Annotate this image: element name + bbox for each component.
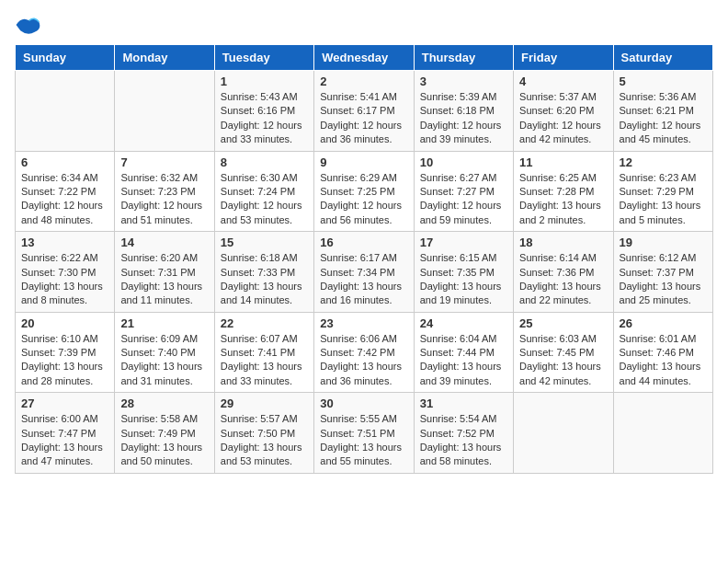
day-info: Sunrise: 5:54 AM Sunset: 7:52 PM Dayligh…	[420, 412, 507, 469]
calendar-cell: 26 Sunrise: 6:01 AM Sunset: 7:46 PM Dayl…	[613, 312, 712, 393]
day-number: 6	[21, 155, 108, 169]
weekday-header-row: SundayMondayTuesdayWednesdayThursdayFrid…	[16, 45, 713, 71]
calendar-cell: 22 Sunrise: 6:07 AM Sunset: 7:41 PM Dayl…	[214, 312, 313, 393]
calendar-cell: 7 Sunrise: 6:32 AM Sunset: 7:23 PM Dayli…	[115, 151, 214, 232]
calendar-cell: 28 Sunrise: 5:58 AM Sunset: 7:49 PM Dayl…	[115, 393, 214, 474]
calendar-cell: 30 Sunrise: 5:55 AM Sunset: 7:51 PM Dayl…	[314, 393, 414, 474]
day-number: 10	[420, 155, 507, 169]
day-number: 21	[120, 316, 208, 330]
day-number: 29	[221, 396, 308, 410]
day-info: Sunrise: 6:25 AM Sunset: 7:28 PM Dayligh…	[519, 171, 607, 228]
day-info: Sunrise: 6:17 AM Sunset: 7:34 PM Dayligh…	[320, 251, 407, 308]
day-number: 11	[519, 155, 607, 169]
weekday-header-tuesday: Tuesday	[214, 45, 313, 71]
day-number: 25	[519, 316, 607, 330]
day-info: Sunrise: 6:01 AM Sunset: 7:46 PM Dayligh…	[620, 332, 707, 389]
day-info: Sunrise: 6:34 AM Sunset: 7:22 PM Dayligh…	[21, 171, 108, 228]
calendar-cell: 25 Sunrise: 6:03 AM Sunset: 7:45 PM Dayl…	[514, 312, 613, 393]
weekday-header-friday: Friday	[514, 45, 613, 71]
day-info: Sunrise: 6:06 AM Sunset: 7:42 PM Dayligh…	[320, 332, 407, 389]
day-number: 23	[320, 316, 407, 330]
calendar-cell: 24 Sunrise: 6:04 AM Sunset: 7:44 PM Dayl…	[414, 312, 513, 393]
week-row-3: 13 Sunrise: 6:22 AM Sunset: 7:30 PM Dayl…	[16, 232, 713, 313]
day-info: Sunrise: 6:14 AM Sunset: 7:36 PM Dayligh…	[519, 251, 607, 308]
day-info: Sunrise: 5:39 AM Sunset: 6:18 PM Dayligh…	[420, 90, 507, 147]
calendar-cell: 29 Sunrise: 5:57 AM Sunset: 7:50 PM Dayl…	[214, 393, 313, 474]
weekday-header-sunday: Sunday	[16, 45, 115, 71]
day-info: Sunrise: 5:36 AM Sunset: 6:21 PM Dayligh…	[620, 90, 707, 147]
day-number: 3	[420, 75, 507, 88]
week-row-4: 20 Sunrise: 6:10 AM Sunset: 7:39 PM Dayl…	[16, 312, 713, 393]
day-number: 20	[21, 316, 108, 330]
calendar-cell: 19 Sunrise: 6:12 AM Sunset: 7:37 PM Dayl…	[613, 232, 712, 313]
day-info: Sunrise: 6:15 AM Sunset: 7:35 PM Dayligh…	[420, 251, 507, 308]
day-info: Sunrise: 6:30 AM Sunset: 7:24 PM Dayligh…	[221, 171, 308, 228]
calendar-cell	[16, 71, 115, 152]
logo	[15, 15, 44, 35]
calendar-cell: 20 Sunrise: 6:10 AM Sunset: 7:39 PM Dayl…	[16, 312, 115, 393]
day-number: 28	[120, 396, 208, 410]
day-info: Sunrise: 6:04 AM Sunset: 7:44 PM Dayligh…	[420, 332, 507, 389]
day-info: Sunrise: 6:29 AM Sunset: 7:25 PM Dayligh…	[320, 171, 407, 228]
day-info: Sunrise: 5:57 AM Sunset: 7:50 PM Dayligh…	[221, 412, 308, 469]
day-number: 14	[120, 236, 208, 249]
calendar-cell: 31 Sunrise: 5:54 AM Sunset: 7:52 PM Dayl…	[414, 393, 513, 474]
weekday-header-saturday: Saturday	[613, 45, 712, 71]
day-number: 8	[221, 155, 308, 169]
calendar-cell: 13 Sunrise: 6:22 AM Sunset: 7:30 PM Dayl…	[16, 232, 115, 313]
day-number: 4	[519, 75, 607, 88]
day-number: 1	[221, 75, 308, 88]
day-number: 15	[221, 236, 308, 249]
calendar-cell: 15 Sunrise: 6:18 AM Sunset: 7:33 PM Dayl…	[214, 232, 313, 313]
day-info: Sunrise: 6:18 AM Sunset: 7:33 PM Dayligh…	[221, 251, 308, 308]
day-info: Sunrise: 5:58 AM Sunset: 7:49 PM Dayligh…	[120, 412, 208, 469]
day-info: Sunrise: 6:03 AM Sunset: 7:45 PM Dayligh…	[519, 332, 607, 389]
calendar-cell	[514, 393, 613, 474]
calendar-cell: 6 Sunrise: 6:34 AM Sunset: 7:22 PM Dayli…	[16, 151, 115, 232]
calendar-cell: 23 Sunrise: 6:06 AM Sunset: 7:42 PM Dayl…	[314, 312, 414, 393]
calendar-cell: 18 Sunrise: 6:14 AM Sunset: 7:36 PM Dayl…	[514, 232, 613, 313]
calendar-cell: 16 Sunrise: 6:17 AM Sunset: 7:34 PM Dayl…	[314, 232, 414, 313]
day-number: 31	[420, 396, 507, 410]
calendar-cell: 27 Sunrise: 6:00 AM Sunset: 7:47 PM Dayl…	[16, 393, 115, 474]
day-info: Sunrise: 6:27 AM Sunset: 7:27 PM Dayligh…	[420, 171, 507, 228]
day-info: Sunrise: 5:55 AM Sunset: 7:51 PM Dayligh…	[320, 412, 407, 469]
calendar-cell: 5 Sunrise: 5:36 AM Sunset: 6:21 PM Dayli…	[613, 71, 712, 152]
weekday-header-thursday: Thursday	[414, 45, 513, 71]
day-info: Sunrise: 6:12 AM Sunset: 7:37 PM Dayligh…	[620, 251, 707, 308]
day-number: 19	[620, 236, 707, 249]
day-info: Sunrise: 6:20 AM Sunset: 7:31 PM Dayligh…	[120, 251, 208, 308]
day-number: 7	[120, 155, 208, 169]
calendar-cell: 11 Sunrise: 6:25 AM Sunset: 7:28 PM Dayl…	[514, 151, 613, 232]
day-number: 2	[320, 75, 407, 88]
calendar-cell: 4 Sunrise: 5:37 AM Sunset: 6:20 PM Dayli…	[514, 71, 613, 152]
generalblue-logo-icon	[15, 15, 40, 35]
calendar-cell: 14 Sunrise: 6:20 AM Sunset: 7:31 PM Dayl…	[115, 232, 214, 313]
calendar-cell: 21 Sunrise: 6:09 AM Sunset: 7:40 PM Dayl…	[115, 312, 214, 393]
calendar-table: SundayMondayTuesdayWednesdayThursdayFrid…	[15, 44, 713, 474]
week-row-1: 1 Sunrise: 5:43 AM Sunset: 6:16 PM Dayli…	[16, 71, 713, 152]
day-number: 26	[620, 316, 707, 330]
day-info: Sunrise: 6:22 AM Sunset: 7:30 PM Dayligh…	[21, 251, 108, 308]
day-number: 27	[21, 396, 108, 410]
calendar-cell: 17 Sunrise: 6:15 AM Sunset: 7:35 PM Dayl…	[414, 232, 513, 313]
calendar-cell: 3 Sunrise: 5:39 AM Sunset: 6:18 PM Dayli…	[414, 71, 513, 152]
day-info: Sunrise: 6:09 AM Sunset: 7:40 PM Dayligh…	[120, 332, 208, 389]
day-number: 9	[320, 155, 407, 169]
page-header	[15, 15, 713, 35]
calendar-cell: 12 Sunrise: 6:23 AM Sunset: 7:29 PM Dayl…	[613, 151, 712, 232]
day-info: Sunrise: 6:00 AM Sunset: 7:47 PM Dayligh…	[21, 412, 108, 469]
day-number: 24	[420, 316, 507, 330]
day-info: Sunrise: 5:41 AM Sunset: 6:17 PM Dayligh…	[320, 90, 407, 147]
day-info: Sunrise: 6:10 AM Sunset: 7:39 PM Dayligh…	[21, 332, 108, 389]
weekday-header-wednesday: Wednesday	[314, 45, 414, 71]
day-number: 5	[620, 75, 707, 88]
day-info: Sunrise: 6:32 AM Sunset: 7:23 PM Dayligh…	[120, 171, 208, 228]
day-number: 13	[21, 236, 108, 249]
calendar-cell: 10 Sunrise: 6:27 AM Sunset: 7:27 PM Dayl…	[414, 151, 513, 232]
weekday-header-monday: Monday	[115, 45, 214, 71]
calendar-cell: 9 Sunrise: 6:29 AM Sunset: 7:25 PM Dayli…	[314, 151, 414, 232]
week-row-2: 6 Sunrise: 6:34 AM Sunset: 7:22 PM Dayli…	[16, 151, 713, 232]
calendar-cell	[115, 71, 214, 152]
day-info: Sunrise: 6:23 AM Sunset: 7:29 PM Dayligh…	[620, 171, 707, 228]
